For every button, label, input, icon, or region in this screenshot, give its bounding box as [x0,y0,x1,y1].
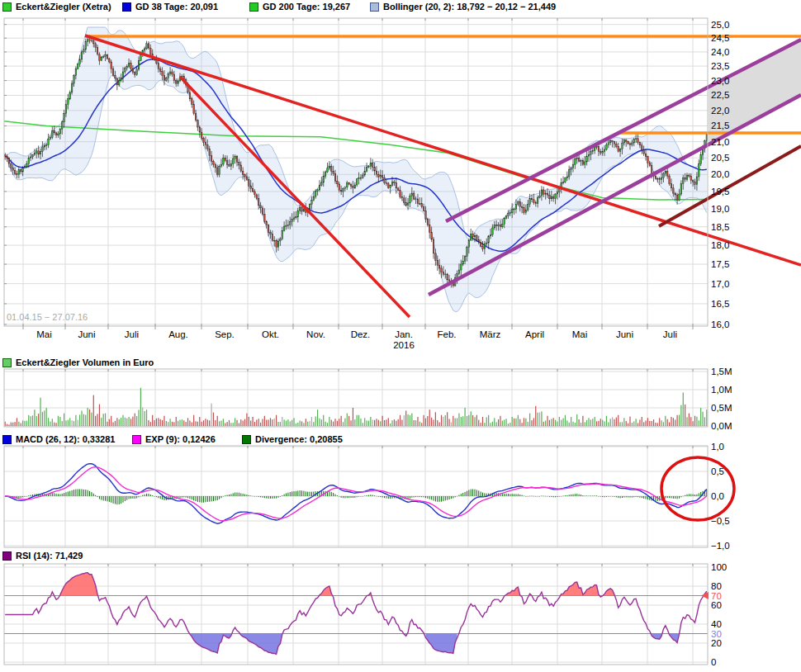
axis-tick-label: 20,0 [711,169,729,179]
axis-tick-label: 100 [711,562,727,572]
axis-tick-label: 20,5 [711,153,729,163]
main-legend-item-1: GD 38 Tage: 20,091 [122,2,218,12]
main-chart-legend: Eckert&Ziegler (Xetra)GD 38 Tage: 20,091… [0,2,801,12]
macd-legend-item-2: Divergence: 0,20855 [242,434,343,444]
volume-legend-swatch-icon [2,358,12,367]
axis-tick-label: 17,5 [711,259,729,269]
axis-tick-label: Okt. [262,329,279,339]
axis-tick-label: 17,0 [711,279,729,289]
axis-tick-label: April [525,329,544,339]
axis-tick-label: 60 [711,600,722,610]
stock-chart-app: Eckert&Ziegler (Xetra)GD 38 Tage: 20,091… [0,0,801,672]
macd-legend-item-1: EXP (9): 0,12426 [132,434,216,444]
axis-tick-label: Nov. [306,329,325,339]
axis-tick-label: 2016 [393,340,415,350]
axis-tick-label: März [480,329,501,339]
axis-tick-label: Sep. [215,329,235,339]
main-legend-label: Bollinger (20, 2): 18,792 − 20,12 − 21,4… [383,2,556,12]
axis-tick-label: 1,0M [711,385,732,395]
axis-tick-label: 19,0 [711,204,729,214]
main-legend-item-0: Eckert&Ziegler (Xetra) [2,2,111,12]
rsi-legend: RSI (14): 71,429 [0,551,801,561]
axis-tick-label: 21,0 [711,137,729,147]
main-legend-swatch-icon [370,2,379,12]
macd-legend-label: EXP (9): 0,12426 [145,434,216,444]
volume-legend-label: Eckert&Ziegler Volumen in Euro [16,357,154,367]
axis-tick-label: 0,5M [711,403,732,413]
axis-tick-label: Juni [616,329,633,339]
axis-tick-label: 80 [711,581,722,591]
axis-tick-label: 0,5 [711,466,724,476]
rsi-panel[interactable] [4,564,708,665]
axis-tick-label: 19,5 [711,187,729,196]
axis-tick-label: Jan. [395,329,413,339]
axis-tick-label: 23,0 [711,76,729,86]
axis-tick-label: 0,0 [711,491,724,501]
date-range-label: 01.04.15 − 27.07.16 [7,312,88,322]
axis-tick-label: Aug. [168,329,188,339]
axis-tick-label: 25,0 [711,20,729,30]
axis-tick-label: Juni [78,329,95,339]
volume-legend: Eckert&Ziegler Volumen in Euro [0,357,801,368]
axis-tick-label: Juli [125,329,139,339]
axis-tick-label: 70 [711,591,722,601]
axis-tick-label: 30 [711,629,722,639]
macd-axis-labels: 1,00,50,0−0,5−1,0 [711,442,730,551]
chart-canvas[interactable]: 25,024,524,023,523,022,522,021,521,020,5… [0,0,801,672]
axis-tick-label: 16,5 [711,299,729,309]
axis-tick-label: 40 [711,619,722,629]
rsi-legend-swatch-icon [2,551,12,561]
axis-tick-label: 22,0 [711,106,729,116]
volume-axis-labels: 1,5M1,0M0,5M0,0M [711,367,732,431]
price-axis-labels: 25,024,524,023,523,022,522,021,521,020,5… [711,20,729,329]
macd-legend-swatch-icon [242,435,251,444]
time-axis-labels: MaiJuniJuliAug.Sep.Okt.Nov.Dez.Jan.2016F… [36,329,677,350]
axis-tick-label: Dez. [351,329,371,339]
main-legend-label: GD 38 Tage: 20,091 [135,2,218,12]
axis-tick-label: 22,5 [711,90,729,100]
axis-tick-label: −1,0 [711,541,730,551]
main-legend-swatch-icon [122,2,131,12]
volume-legend-item-0: Eckert&Ziegler Volumen in Euro [2,357,154,367]
macd-legend: MACD (26, 12): 0,33281EXP (9): 0,12426Di… [0,434,801,445]
main-legend-swatch-icon [2,2,12,12]
macd-legend-label: Divergence: 0,20855 [255,434,343,444]
axis-tick-label: 24,5 [711,33,729,43]
macd-legend-swatch-icon [2,435,12,444]
axis-tick-label: Mai [36,329,52,339]
rsi-legend-label: RSI (14): 71,429 [16,551,83,561]
main-legend-item-3: Bollinger (20, 2): 18,792 − 20,12 − 21,4… [370,2,556,12]
macd-legend-label: MACD (26, 12): 0,33281 [16,434,115,444]
main-legend-swatch-icon [249,2,258,12]
volume-panel[interactable] [4,369,708,427]
main-legend-label: Eckert&Ziegler (Xetra) [16,2,111,12]
axis-tick-label: 20 [711,638,722,648]
macd-legend-item-0: MACD (26, 12): 0,33281 [2,434,115,444]
rsi-axis-labels: 1008060402007030 [711,562,727,667]
axis-tick-label: 18,0 [711,240,729,250]
macd-legend-swatch-icon [132,435,141,444]
axis-tick-label: Feb. [437,329,456,339]
axis-tick-label: 0 [711,657,716,667]
main-legend-item-2: GD 200 Tage: 19,267 [249,2,350,12]
axis-tick-label: 21,5 [711,121,729,130]
axis-tick-label: 24,0 [711,47,729,57]
main-legend-label: GD 200 Tage: 19,267 [263,2,350,12]
axis-tick-label: 16,0 [711,319,729,329]
axis-tick-label: Juli [663,329,677,339]
axis-tick-label: 23,5 [711,61,729,71]
axis-tick-label: 0,0M [711,421,732,431]
rsi-legend-item-0: RSI (14): 71,429 [2,551,83,561]
axis-tick-label: 18,5 [711,222,729,232]
axis-tick-label: Mai [572,329,588,339]
